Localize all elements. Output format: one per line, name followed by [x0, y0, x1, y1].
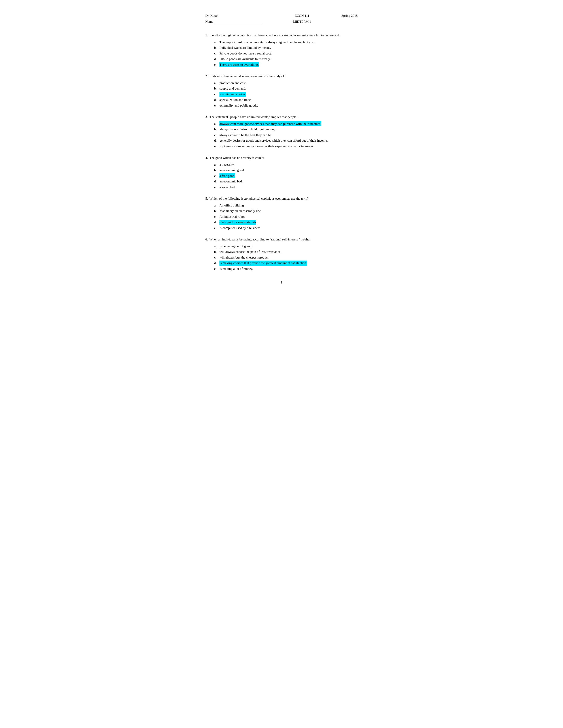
option-letter: e.	[214, 103, 218, 108]
name-line: Name	[205, 19, 263, 24]
list-item: e.try to earn more and more money as the…	[214, 144, 358, 149]
option-text-highlighted: There are costs to everything.	[219, 62, 259, 67]
question-5-number: 5.	[205, 197, 209, 200]
list-item: d.an economic bad.	[214, 179, 358, 184]
name-underline	[214, 20, 263, 24]
question-5-text: 5. Which of the following is not physica…	[205, 196, 358, 201]
option-text-highlighted: Cash paid for raw materials	[219, 220, 256, 225]
option-letter: c.	[214, 255, 218, 260]
option-text-highlighted: a free good.	[219, 173, 235, 178]
option-text: a necessity.	[219, 162, 234, 167]
option-letter: c.	[214, 51, 218, 56]
option-letter: e.	[214, 62, 218, 67]
option-text: generally desire for goods and services …	[219, 138, 328, 143]
question-1-number: 1.	[205, 34, 209, 37]
option-text: is making a lot of money.	[219, 266, 253, 271]
option-text: try to earn more and more money as their…	[219, 144, 314, 149]
question-3-text: 3. The statement "people have unlimited …	[205, 114, 358, 120]
question-2-text: 2. In its most fundamental sense, econom…	[205, 74, 358, 79]
option-letter: c.	[214, 173, 218, 178]
question-5: 5. Which of the following is not physica…	[205, 196, 358, 230]
question-5-body-after: physical capital, as economists use the …	[249, 197, 309, 200]
list-item: a.always want more goods/services than t…	[214, 121, 358, 126]
option-text: An office building	[219, 203, 244, 208]
option-text: externality and public goods.	[219, 103, 258, 108]
list-item: b.Machinery on an assembly line	[214, 208, 358, 214]
option-letter: b.	[214, 168, 218, 173]
question-5-italic: not	[244, 197, 248, 200]
option-letter: b.	[214, 86, 218, 91]
question-2: 2. In its most fundamental sense, econom…	[205, 74, 358, 108]
option-text-highlighted: is making choices that provide the great…	[219, 261, 307, 266]
option-text: Private goods do not have a social cost.	[219, 51, 272, 56]
option-text: The implicit cost of a commodity is alwa…	[219, 40, 315, 45]
question-1-text: 1. Identify the logic of economics that …	[205, 33, 358, 38]
option-letter: b.	[214, 208, 218, 214]
option-letter: c.	[214, 92, 218, 97]
option-letter: a.	[214, 244, 218, 249]
option-letter: d.	[214, 220, 218, 225]
option-text: an economic bad.	[219, 179, 242, 184]
option-letter: b.	[214, 249, 218, 254]
list-item: c.An industrial robot	[214, 214, 358, 219]
question-1: 1. Identify the logic of economics that …	[205, 33, 358, 67]
list-item: a.An office building	[214, 203, 358, 208]
question-6-options: a.is behaving out of greed. b.will alway…	[214, 244, 358, 271]
header-right: Spring 2015	[341, 13, 358, 24]
option-text: will always buy the cheapest product.	[219, 255, 269, 260]
option-text: An industrial robot	[219, 214, 244, 219]
list-item: d.specialization and trade.	[214, 97, 358, 102]
option-text: always have a desire to hold liquid mone…	[219, 127, 276, 132]
list-item: c.scarcity and choice.	[214, 92, 358, 97]
option-text-highlighted: always want more goods/services than the…	[219, 121, 321, 126]
option-letter: a.	[214, 162, 218, 167]
header-center: ECON 111 MIDTERM 1	[293, 13, 311, 24]
question-4-number: 4.	[205, 156, 209, 159]
list-item: e.There are costs to everything.	[214, 62, 358, 67]
question-1-body: Identify the logic of economics that tho…	[209, 34, 340, 37]
question-4-options: a.a necessity. b.an economic good. c.a f…	[214, 162, 358, 190]
option-letter: a.	[214, 81, 218, 86]
question-2-number: 2.	[205, 74, 209, 78]
option-letter: e.	[214, 266, 218, 271]
instructor-name: Dr. Kutan	[205, 13, 263, 18]
list-item: a.a necessity.	[214, 162, 358, 167]
list-item: a.The implicit cost of a commodity is al…	[214, 40, 358, 45]
list-item: c.a free good.	[214, 173, 358, 178]
question-2-body: In its most fundamental sense, economics…	[209, 74, 285, 78]
question-6: 6. When an individual is behaving accord…	[205, 237, 358, 271]
option-letter: d.	[214, 97, 218, 102]
list-item: d.Cash paid for raw materials	[214, 220, 358, 225]
list-item: b.an economic good.	[214, 168, 358, 173]
list-item: a.production and cost.	[214, 81, 358, 86]
option-letter: d.	[214, 138, 218, 143]
list-item: e.A computer used by a business	[214, 225, 358, 231]
option-letter: d.	[214, 179, 218, 184]
questions-section: 1. Identify the logic of economics that …	[205, 33, 358, 271]
list-item: b.Individual wants are limited by means.	[214, 45, 358, 50]
option-text: an economic good.	[219, 168, 244, 173]
option-letter: d.	[214, 261, 218, 266]
option-letter: a.	[214, 203, 218, 208]
list-item: b.will always choose the path of least r…	[214, 249, 358, 254]
question-3-body: The statement "people have unlimited wan…	[209, 115, 297, 119]
option-letter: e.	[214, 185, 218, 190]
option-letter: b.	[214, 127, 218, 132]
option-text-highlighted: scarcity and choice.	[219, 92, 246, 97]
list-item: d.Public goods are available to us freel…	[214, 56, 358, 62]
page-number: 1	[205, 280, 358, 285]
list-item: d.is making choices that provide the gre…	[214, 261, 358, 266]
list-item: c.Private goods do not have a social cos…	[214, 51, 358, 56]
question-2-options: a.production and cost. b.supply and dema…	[214, 81, 358, 108]
option-letter: e.	[214, 225, 218, 231]
option-text: always strive to be the best they can be…	[219, 133, 272, 138]
list-item: e.externality and public goods.	[214, 103, 358, 108]
option-letter: d.	[214, 56, 218, 62]
option-text: production and cost.	[219, 81, 246, 86]
option-letter: b.	[214, 45, 218, 50]
question-4-body: The good which has no scarcity is called…	[209, 156, 264, 159]
question-3-options: a.always want more goods/services than t…	[214, 121, 358, 149]
list-item: d.generally desire for goods and service…	[214, 138, 358, 143]
course-code: ECON 111	[295, 13, 309, 18]
option-letter: c.	[214, 133, 218, 138]
